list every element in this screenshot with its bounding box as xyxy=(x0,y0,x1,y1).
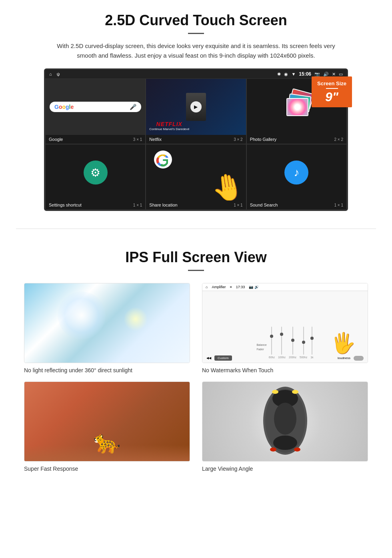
app-grid-row1: Google 🎤 Google 3 × 1 xyxy=(45,78,347,144)
eq-thumb-1 xyxy=(270,335,273,338)
eq-track-2 xyxy=(281,327,282,355)
app-cell-google[interactable]: Google 🎤 Google 3 × 1 xyxy=(45,78,146,144)
settings-icon: ⚙ xyxy=(84,161,108,185)
eq-thumb-4 xyxy=(302,341,305,344)
eq-track-1 xyxy=(271,327,272,355)
sound-size-tag: 1 × 1 xyxy=(334,203,343,207)
svg-point-8 xyxy=(270,448,276,452)
eq-hand-icon: 🖐 xyxy=(331,331,356,355)
share-app-label: Share location 1 × 1 xyxy=(146,201,246,209)
svg-point-6 xyxy=(272,390,278,394)
app-cell-settings[interactable]: ⚙ Settings shortcut 1 × 1 xyxy=(45,144,146,210)
gallery-label-text: Photo Gallery xyxy=(250,137,277,142)
netflix-label-text: Netflix xyxy=(149,137,162,142)
eq-back-icon: ◀◀ xyxy=(206,356,211,360)
usb-icon: ψ xyxy=(57,72,60,76)
section2-title: IPS Full Screen View xyxy=(24,249,368,266)
netflix-logo-overlay: NETFLIX Continue Marvel's Daredevil xyxy=(149,121,189,131)
google-size-tag: 3 × 1 xyxy=(133,137,142,142)
eq-track-4 xyxy=(303,327,304,355)
volume-icon: 🔊 xyxy=(323,72,329,77)
feature-label-cheetah: Super Fast Response xyxy=(24,466,190,472)
google-label-text: Google xyxy=(49,137,63,142)
eq-body: Balance Fader 60hz xyxy=(202,291,368,363)
status-time: 15:06 xyxy=(299,71,311,77)
eq-thumb-5 xyxy=(310,337,314,340)
share-cell-inner: 🤚 xyxy=(146,145,246,201)
section2-divider xyxy=(188,270,204,271)
car-svg xyxy=(257,381,313,461)
settings-cell-inner: ⚙ xyxy=(46,145,145,201)
eq-time: 17:33 xyxy=(236,285,245,289)
sound-label-text: Sound Search xyxy=(250,203,278,207)
netflix-size-tag: 3 × 2 xyxy=(234,137,243,142)
device-screen: ⌂ ψ ✱ ◉ ▼ 15:06 📷 🔊 ✕ ▭ xyxy=(44,68,348,211)
gear-icon: ⚙ xyxy=(90,166,100,179)
feature-img-cheetah: 🐆 xyxy=(24,381,190,462)
svg-point-4 xyxy=(274,403,296,435)
share-size-tag: 1 × 1 xyxy=(234,203,243,207)
feature-img-eq: ⌂ Amplifier ≡ 17:33 📷 🔊 Balance Fader xyxy=(202,283,368,363)
google-mic-icon[interactable]: 🎤 xyxy=(130,104,136,110)
status-bar-left: ⌂ ψ xyxy=(49,72,60,76)
eq-custom-btn: Custom xyxy=(214,355,232,361)
device-wrapper: Screen Size 9" ⌂ ψ ✱ ◉ ▼ 15:06 📷 🔊 ✕ xyxy=(44,68,348,211)
app-cell-sound[interactable]: ♪ Sound Search 1 × 1 xyxy=(246,144,347,210)
share-label-text: Share location xyxy=(149,203,177,207)
eq-icons: 📷 🔊 xyxy=(249,285,259,289)
settings-size-tag: 1 × 1 xyxy=(133,203,142,207)
netflix-subtitle: Continue Marvel's Daredevil xyxy=(149,127,189,131)
music-icon-circle: ♪ xyxy=(284,161,308,185)
feature-item-sky: No light reflecting under 360° direct su… xyxy=(24,283,190,373)
camera-icon: 📷 xyxy=(314,72,320,77)
google-logo: Google xyxy=(54,104,74,110)
gallery-app-label: Photo Gallery 2 × 2 xyxy=(247,135,346,144)
window-icon: ▭ xyxy=(339,72,343,77)
bluetooth-icon: ✱ xyxy=(277,72,281,77)
app-cell-netflix[interactable]: ▶ NETFLIX Continue Marvel's Daredevil Ne… xyxy=(146,78,246,144)
sky-visual xyxy=(24,283,190,363)
hand-icon: 🤚 xyxy=(209,170,246,201)
cheetah-visual: 🐆 xyxy=(24,382,190,461)
settings-app-label: Settings shortcut 1 × 1 xyxy=(46,201,145,209)
light-burst xyxy=(58,291,106,339)
svg-point-5 xyxy=(273,436,297,450)
close-icon: ✕ xyxy=(332,72,336,77)
section1-title: 2.5D Curved Touch Screen xyxy=(24,12,368,29)
badge-title: Screen Size xyxy=(317,80,346,86)
eq-loudness-toggle[interactable] xyxy=(354,356,364,361)
section1-divider xyxy=(188,33,204,34)
flower-image xyxy=(287,99,308,115)
sun-flare xyxy=(124,307,148,331)
eq-thumb-3 xyxy=(291,339,294,342)
photo-stack xyxy=(280,91,312,123)
eq-slider-4: 500hz xyxy=(300,327,307,359)
badge-divider xyxy=(326,88,338,89)
app-cell-share[interactable]: 🤚 Share location 1 × 1 xyxy=(146,144,246,210)
feature-item-eq: ⌂ Amplifier ≡ 17:33 📷 🔊 Balance Fader xyxy=(202,283,368,373)
eq-slider-3: 200hz xyxy=(289,327,296,359)
feature-img-sky xyxy=(24,283,190,363)
settings-label-text: Settings shortcut xyxy=(49,203,82,207)
status-bar: ⌂ ψ ✱ ◉ ▼ 15:06 📷 🔊 ✕ ▭ xyxy=(45,70,347,78)
car-visual xyxy=(202,382,368,461)
google-search-bar[interactable]: Google 🎤 xyxy=(50,102,141,112)
netflix-play-button[interactable]: ▶ xyxy=(190,101,202,112)
eq-slider-2: 100hz xyxy=(278,327,286,359)
eq-header: ⌂ Amplifier ≡ 17:33 📷 🔊 xyxy=(202,283,368,291)
wifi-icon: ▼ xyxy=(291,72,296,76)
netflix-bg: ▶ NETFLIX Continue Marvel's Daredevil xyxy=(146,79,246,135)
location-icon: ◉ xyxy=(284,72,288,77)
eq-track-5 xyxy=(312,327,312,355)
eq-bars-container: Balance Fader 60hz xyxy=(252,291,317,363)
eq-sliders-row: 60hz 100hz xyxy=(269,327,314,359)
feature-img-car xyxy=(202,381,368,462)
eq-sliders-icon: ≡ xyxy=(230,285,232,289)
badge-size: 9" xyxy=(325,90,338,104)
gallery-size-tag: 2 × 2 xyxy=(334,137,343,142)
home-icon: ⌂ xyxy=(49,72,52,76)
sound-cell-inner: ♪ xyxy=(247,145,346,201)
dust-effect xyxy=(24,445,190,461)
eq-slider-5: 1k xyxy=(310,327,313,359)
eq-home-icon: ⌂ xyxy=(206,285,208,289)
